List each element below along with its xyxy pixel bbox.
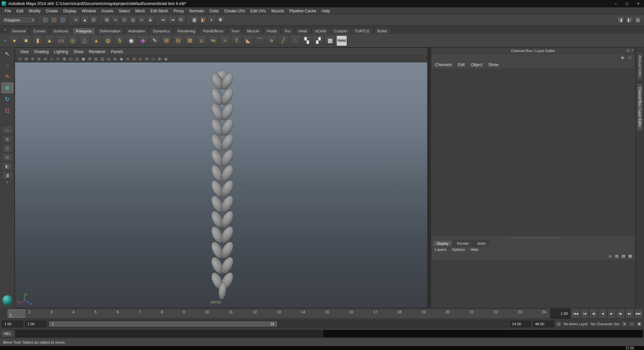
animation-start-field[interactable]: 1.00 <box>2 321 23 327</box>
current-time-field[interactable]: 1.00 <box>551 309 570 319</box>
poly-soccer-ball-icon[interactable]: ◉ <box>126 35 137 46</box>
select-by-component-icon[interactable]: ⊡ <box>90 16 98 24</box>
screen-ao-icon[interactable]: ◐ <box>138 56 143 61</box>
make-live-icon[interactable]: ◈ <box>146 16 154 24</box>
shelf-tab[interactable]: Rendering <box>174 27 199 34</box>
dock-tab[interactable]: Attribute Editor <box>637 51 643 81</box>
uv-checker-icon[interactable]: ▚ <box>301 35 312 46</box>
menubar-item[interactable]: Muscle <box>269 8 287 14</box>
shelf-tab[interactable]: TURTLE <box>351 27 373 34</box>
dock-tab[interactable]: Channel Box / Layer Editor <box>637 83 643 131</box>
animation-preferences-icon[interactable]: ✱ <box>636 321 642 327</box>
save-scene-icon[interactable]: ◫ <box>59 16 67 24</box>
poly-plane-icon[interactable]: ▭ <box>56 35 66 46</box>
poly-extract-icon[interactable]: ⊠ <box>184 35 195 46</box>
poly-separate-icon[interactable]: ⊟ <box>173 35 183 46</box>
anim-layer-mute-icon[interactable]: ◇ <box>556 321 561 327</box>
field-chart-icon[interactable]: # <box>87 56 93 61</box>
bookmarks-icon[interactable]: ▾ <box>36 56 42 61</box>
shelf-tab[interactable]: Deformation <box>96 27 124 34</box>
menubar-item[interactable]: Edit <box>14 8 26 14</box>
playback-end-field[interactable]: 24.00 <box>510 321 531 327</box>
menu-set-dropdown[interactable]: Polygons ▾ <box>2 16 36 23</box>
ipr-render-icon[interactable]: ◐ <box>208 16 216 24</box>
panel-menu-item[interactable]: Renderer <box>87 49 108 55</box>
panel-menu-item[interactable]: View <box>18 49 31 55</box>
xray-icon[interactable]: ◈ <box>163 56 169 61</box>
interactive-split-icon[interactable]: ╱ <box>278 35 289 46</box>
poly-sphere-icon[interactable]: ● <box>9 35 20 46</box>
shelf-tab[interactable]: nCloth <box>311 27 330 34</box>
open-scene-icon[interactable]: ◱ <box>50 16 58 24</box>
assign-checker-icon[interactable]: ▞ <box>313 35 324 46</box>
shelf-tab[interactable]: Toon <box>227 27 243 34</box>
channel-manip-icon[interactable]: ◈ <box>620 55 625 60</box>
resolution-gate-icon[interactable]: ◻ <box>74 56 80 61</box>
2d-pan-zoom-icon[interactable]: ⇔ <box>49 56 54 61</box>
play-backwards-button[interactable]: ◀ <box>598 309 607 319</box>
close-button[interactable]: × <box>633 0 644 7</box>
move-tool-icon[interactable]: ⊕ <box>1 82 13 93</box>
motion-blur-icon[interactable]: ≋ <box>144 56 150 61</box>
poly-mirror-icon[interactable]: ⇋ <box>208 35 218 46</box>
menubar-item[interactable]: Window <box>79 8 99 14</box>
shelf-tab[interactable]: nHair <box>295 27 311 34</box>
viewport[interactable]: y x z persp <box>15 62 427 308</box>
render-settings-icon[interactable]: ✱ <box>216 16 224 24</box>
layer-new-empty-icon[interactable]: ▤ <box>614 253 620 259</box>
merge-vertices-icon[interactable]: ∴ <box>290 35 300 46</box>
persp-uv-layout-icon[interactable]: ◨ <box>2 171 13 179</box>
film-gate-icon[interactable]: ▢ <box>68 56 73 61</box>
step-back-key-button[interactable]: ◀| <box>589 309 598 319</box>
poly-extrude-icon[interactable]: ⇧ <box>231 35 242 46</box>
menubar-item[interactable]: Edit UVs <box>248 8 269 14</box>
channel-box-menu-item[interactable]: Show <box>486 62 501 68</box>
four-pane-layout-icon[interactable]: ⊞ <box>2 135 13 143</box>
group-divider[interactable] <box>99 16 102 24</box>
menubar-item[interactable]: Proxy <box>171 8 187 14</box>
sculpt-geometry-icon[interactable]: ✎ <box>149 35 160 46</box>
channel-box-menu-item[interactable]: Channels <box>433 62 454 68</box>
shelf-tab-menu-icon[interactable]: ▾ <box>2 28 8 31</box>
poly-bridge-icon[interactable]: ⌒ <box>255 35 265 46</box>
input-connections-icon[interactable]: ⇤ <box>160 16 168 24</box>
chevron-down-icon[interactable]: ▾ <box>622 321 627 327</box>
shelf-tab[interactable]: Dynamics <box>149 27 173 34</box>
select-by-object-icon[interactable]: ▲ <box>81 16 89 24</box>
poly-prism-icon[interactable]: △ <box>79 35 90 46</box>
poly-cube-icon[interactable]: ■ <box>21 35 31 46</box>
layer-editor-tab[interactable]: Anim <box>473 240 490 246</box>
character-set-selector[interactable]: No Character Set <box>590 322 620 326</box>
snap-to-projected-center-icon[interactable]: ◎ <box>129 16 137 24</box>
shadows-icon[interactable]: ● <box>131 56 137 61</box>
new-scene-icon[interactable]: ▢ <box>41 16 49 24</box>
rotate-tool-icon[interactable]: ↻ <box>1 94 13 105</box>
poly-bevel-icon[interactable]: ◣ <box>243 35 254 46</box>
lock-camera-icon[interactable]: ⊘ <box>23 56 29 61</box>
hypershade-icon[interactable]: Hshd <box>336 35 347 46</box>
anim-layer-selector[interactable]: No Anim Layer <box>563 322 589 326</box>
paint-select-tool-icon[interactable]: ✎ <box>1 71 13 82</box>
mel-results-area[interactable] <box>323 330 643 337</box>
menubar-item[interactable]: Assets <box>99 8 116 14</box>
step-forward-frame-button[interactable]: ▶| <box>625 309 634 319</box>
menubar-item[interactable]: Pipeline Cache <box>287 8 319 14</box>
menubar-item[interactable]: Create UVs <box>222 8 248 14</box>
layer-menu-item[interactable]: Help <box>468 247 481 252</box>
poly-torus-icon[interactable]: ◎ <box>67 35 78 46</box>
animation-end-field[interactable]: 48.00 <box>533 321 554 327</box>
shelf-tab[interactable]: Custom <box>330 27 351 34</box>
poly-pipe-icon[interactable]: ◍ <box>103 35 113 46</box>
layer-new-icon[interactable]: ▧ <box>621 253 626 259</box>
uv-grid-icon[interactable]: ▦ <box>325 35 335 46</box>
multisample-icon[interactable]: ∴ <box>150 56 156 61</box>
shelf-tab[interactable]: Muscle <box>244 27 263 34</box>
show-channel-box-icon[interactable]: ▥ <box>634 16 642 24</box>
close-panel-icon[interactable]: × <box>631 48 633 52</box>
restore-button[interactable]: □ <box>621 0 633 7</box>
persp-outliner-layout-icon[interactable]: ◫ <box>2 144 13 152</box>
construction-history-icon[interactable]: ↻ <box>177 16 185 24</box>
go-to-end-button[interactable]: ▶▶| <box>634 309 643 319</box>
snap-to-curve-icon[interactable]: ∿ <box>112 16 120 24</box>
shelf-tab[interactable]: Fluids <box>263 27 281 34</box>
